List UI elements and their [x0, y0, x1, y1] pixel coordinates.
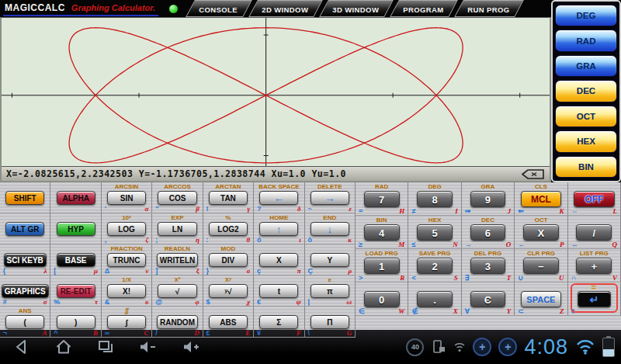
key-paren-open[interactable]: ( — [5, 315, 44, 329]
menu-item-2d-window[interactable]: 2D WINDOW — [248, 0, 323, 17]
key-off[interactable]: OFF — [574, 191, 615, 207]
shift-label — [227, 307, 229, 315]
key-alpha[interactable]: ALPHA — [57, 191, 95, 205]
key-yroot[interactable]: ʸ√ — [209, 284, 248, 298]
key-integral[interactable]: ∫ — [107, 315, 146, 329]
key-sin[interactable]: SIN — [107, 191, 146, 205]
mode-button-bin[interactable]: BIN — [555, 156, 617, 178]
zoom-plus-icon-2[interactable]: + — [498, 338, 517, 356]
altgr-label: ≠ — [411, 208, 415, 215]
key-digit-8[interactable]: 8 — [417, 191, 453, 207]
altgr-alpha-labels: |ω — [307, 299, 352, 306]
altgr-label: ] — [155, 268, 158, 275]
mode-button-hex[interactable]: HEX — [555, 130, 617, 152]
keycell-base: BASE[μ — [50, 244, 101, 276]
wifi-status-small-icon[interactable] — [453, 341, 466, 352]
key-digit-7[interactable]: 7 — [364, 191, 400, 207]
key-trunc[interactable]: TRUNC — [107, 253, 146, 267]
key-log2[interactable]: LOG2 — [209, 222, 248, 236]
key-plus[interactable]: + — [576, 258, 612, 274]
key-random[interactable]: RANDOM — [157, 315, 198, 329]
mode-button-rad[interactable]: RAD — [555, 29, 617, 51]
key-divide[interactable]: / — [576, 224, 612, 241]
key-digit-0[interactable]: 0 — [364, 291, 400, 307]
altgr-alpha-labels: ≤N — [411, 241, 457, 248]
altgr-alpha-labels: →O — [465, 241, 511, 248]
key-back-space[interactable]: ← — [259, 191, 298, 205]
volume-up-icon[interactable] — [182, 338, 202, 356]
key-sum[interactable]: Σ — [259, 315, 298, 329]
key-var-t[interactable]: t — [259, 284, 298, 298]
shift-label: READLN — [165, 245, 190, 253]
menu-item-3d-window[interactable]: 3D WINDOW — [319, 0, 394, 17]
volume-down-icon[interactable] — [138, 338, 158, 356]
wifi-signal-icon[interactable] — [575, 338, 595, 355]
clock[interactable]: 4:08 — [524, 335, 568, 359]
key-tan[interactable]: TAN — [209, 191, 248, 205]
key-var-x[interactable]: X — [259, 253, 298, 267]
altgr-alpha-labels: %τ — [54, 299, 98, 306]
key-enter[interactable]: ↵ — [578, 291, 611, 307]
altgr-alpha-labels: }ο — [206, 268, 251, 275]
key-minus[interactable]: − — [523, 258, 559, 274]
key-re-edit[interactable]: RE-EDIT — [57, 284, 95, 298]
home-button-icon[interactable] — [54, 338, 73, 356]
altgr-alpha-labels — [3, 206, 47, 213]
key-abs[interactable]: ABS — [209, 315, 248, 329]
key-exp-e[interactable]: Є — [470, 291, 506, 307]
menu-item-program[interactable]: PROGRAM — [390, 0, 458, 17]
key-delete[interactable]: → — [310, 191, 349, 205]
key-var-y[interactable]: Y — [310, 253, 349, 267]
keycell-ln: EXPLN;η — [152, 213, 203, 244]
key-digit-5[interactable]: 5 — [417, 224, 453, 241]
key-shift[interactable]: SHIFT — [5, 191, 44, 205]
key-digit-6[interactable]: 6 — [470, 224, 506, 241]
battery-icon[interactable] — [602, 338, 615, 357]
key-base[interactable]: BASE — [57, 253, 95, 267]
key-log[interactable]: LOG — [107, 222, 146, 236]
key-sci-keyb[interactable]: SCI KEYB — [4, 253, 47, 267]
zoom-plus-icon-1[interactable]: + — [473, 338, 491, 356]
key-product[interactable]: Π — [310, 315, 349, 329]
mode-button-dec[interactable]: DEC — [555, 80, 617, 102]
notification-count-badge[interactable]: 40 — [406, 338, 424, 356]
recent-apps-icon[interactable] — [96, 338, 115, 356]
altgr-label: ¢ — [571, 308, 575, 315]
key-sqrt[interactable]: √ — [158, 284, 196, 298]
key-paren-close[interactable]: ) — [57, 315, 95, 329]
key-factorial[interactable]: X! — [107, 284, 146, 298]
mode-button-gra[interactable]: GRA — [555, 55, 617, 77]
key-space[interactable]: SPACE — [521, 291, 562, 307]
usb-storage-icon[interactable] — [431, 338, 446, 355]
backspace-icon[interactable] — [522, 169, 545, 179]
key-mcl[interactable]: MCL — [521, 191, 562, 207]
keycell-exp-e: Є∀Y — [462, 283, 515, 316]
menu-item-console[interactable]: CONSOLE — [186, 0, 252, 17]
altgr-alpha-labels: ¬A — [3, 330, 47, 337]
key-pi[interactable]: π — [310, 284, 349, 298]
graph-canvas[interactable] — [2, 18, 550, 166]
key-digit-2[interactable]: 2 — [417, 258, 453, 274]
key-graphics[interactable]: GRAPHICS — [2, 284, 49, 298]
key-digit-1[interactable]: 1 — [364, 258, 400, 274]
mode-button-oct[interactable]: OCT — [555, 106, 617, 127]
keycell-cos: ARCCOSCOS"β — [152, 182, 203, 213]
key-writeln[interactable]: WRITELN — [157, 253, 199, 267]
key-digit-4[interactable]: 4 — [364, 224, 400, 241]
menu-item-run-prog[interactable]: RUN PROG — [455, 0, 525, 17]
key-div[interactable]: DIV — [209, 253, 248, 267]
key-hyp[interactable]: HYP — [57, 222, 95, 236]
shift-label — [329, 245, 331, 253]
key-cos[interactable]: COS — [158, 191, 196, 205]
key-multiply[interactable]: X — [523, 224, 559, 241]
altgr-label — [54, 206, 56, 213]
key-end[interactable]: ↓ — [310, 222, 349, 236]
key-home[interactable]: ↑ — [259, 222, 298, 236]
key-digit-3[interactable]: 3 — [470, 258, 506, 274]
key-digit-9[interactable]: 9 — [470, 191, 506, 207]
mode-button-deg[interactable]: DEG — [555, 5, 617, 26]
key-dot[interactable]: . — [417, 291, 453, 307]
back-button-icon[interactable] — [12, 338, 31, 356]
key-ln[interactable]: LN — [158, 222, 196, 236]
key-alt-gr[interactable]: ALT GR — [5, 222, 44, 236]
